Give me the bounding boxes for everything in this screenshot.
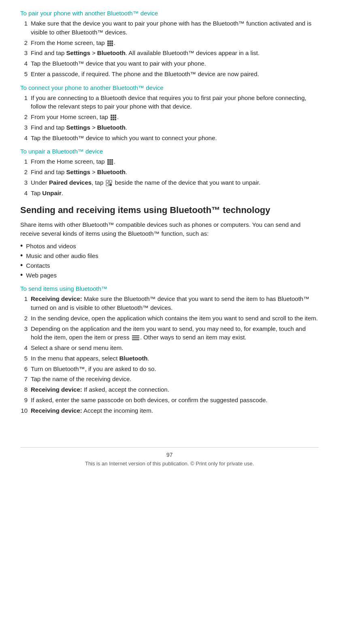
send-step-2: 2 In the sending device, open the applic… (20, 314, 319, 323)
connect-title: To connect your phone to another Bluetoo… (20, 84, 319, 91)
send-step-9: 9 If asked, enter the same passcode on b… (20, 396, 319, 405)
bullet-item-2: • Music and other audio files (20, 252, 319, 260)
connect-steps-list: 1 If you are connecting to a Bluetooth d… (20, 94, 319, 143)
send-step-4: 4 Select a share or send menu item. (20, 343, 319, 352)
grid-icon (107, 158, 114, 165)
send-section: To send items using Bluetooth™ 1 Receivi… (20, 285, 319, 415)
bullet-item-4: • Web pages (20, 271, 319, 280)
footer: 97 This is an Internet version of this p… (20, 447, 319, 467)
connect-step-2: 2 From your Home screen, tap . (20, 113, 319, 122)
bullet-item-3: • Contacts (20, 261, 319, 270)
send-step-6: 6 Turn on Bluetooth™, if you are asked t… (20, 365, 319, 373)
connect-step-3: 3 Find and tap Settings > Bluetooth. (20, 123, 319, 132)
menu-icon (131, 334, 140, 341)
unpair-step-2: 2 Find and tap Settings > Bluetooth. (20, 168, 319, 177)
pair-step-3: 3 Find and tap Settings > Bluetooth. All… (20, 49, 319, 58)
unpair-title: To unpair a Bluetooth™ device (20, 148, 319, 155)
unpair-step-1: 1 From the Home screen, tap . (20, 157, 319, 166)
send-title: To send items using Bluetooth™ (20, 285, 319, 292)
unpair-section: To unpair a Bluetooth™ device 1 From the… (20, 148, 319, 197)
send-step-5: 5 In the menu that appears, select Bluet… (20, 354, 319, 363)
send-step-1: 1 Receiving device: Make sure the Blueto… (20, 294, 319, 312)
send-steps-list: 1 Receiving device: Make sure the Blueto… (20, 294, 319, 415)
main-heading: Sending and receiving items using Blueto… (20, 205, 319, 216)
connect-section: To connect your phone to another Bluetoo… (20, 84, 319, 143)
pair-step-2: 2 From the Home screen, tap . (20, 38, 319, 47)
connect-step-4: 4 Tap the Bluetooth™ device to which you… (20, 134, 319, 143)
pair-step-5: 5 Enter a passcode, if required. The pho… (20, 70, 319, 79)
bullet-item-1: • Photos and videos (20, 242, 319, 251)
footer-text: This is an Internet version of this publ… (20, 461, 319, 467)
send-step-7: 7 Tap the name of the receiving device. (20, 375, 319, 384)
grid-icon (110, 113, 117, 120)
page-number: 97 (20, 452, 319, 458)
pair-step-4: 4 Tap the Bluetooth™ device that you wan… (20, 59, 319, 68)
unpair-step-3: 3 Under Paired devices, tap beside the n… (20, 178, 319, 187)
pair-steps-list: 1 Make sure that the device you want to … (20, 19, 319, 79)
intro-text: Share items with other Bluetooth™ compat… (20, 220, 319, 238)
paired-device-icon (105, 179, 113, 186)
send-step-10: 10 Receiving device: Accept the incoming… (20, 406, 319, 415)
pair-step-1: 1 Make sure that the device you want to … (20, 19, 319, 37)
grid-icon (107, 39, 114, 46)
unpair-steps-list: 1 From the Home screen, tap . 2 Find and… (20, 157, 319, 197)
bullet-list: • Photos and videos • Music and other au… (20, 242, 319, 279)
send-step-8: 8 Receiving device: If asked, accept the… (20, 385, 319, 394)
pair-title: To pair your phone with another Bluetoot… (20, 10, 319, 17)
pair-section: To pair your phone with another Bluetoot… (20, 10, 319, 79)
unpair-step-4: 4 Tap Unpair. (20, 189, 319, 198)
connect-step-1: 1 If you are connecting to a Bluetooth d… (20, 94, 319, 111)
send-step-3: 3 Depending on the application and the i… (20, 324, 319, 342)
